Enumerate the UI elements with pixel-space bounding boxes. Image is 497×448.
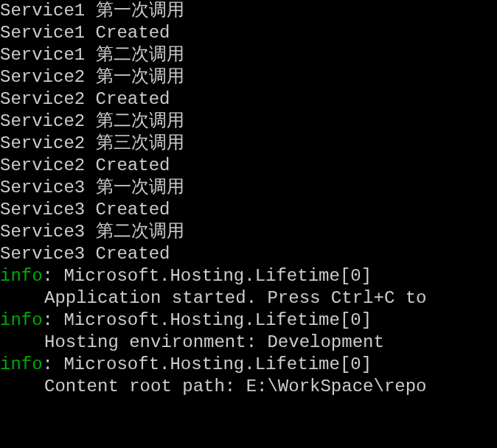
log-line: Service1 第二次调用 xyxy=(0,44,497,66)
info-colon: : xyxy=(43,266,64,286)
terminal-output: Service1 第一次调用 Service1 Created Service1… xyxy=(0,0,497,398)
info-message: Hosting environment: Development xyxy=(0,332,497,354)
info-message: Application started. Press Ctrl+C to xyxy=(0,287,497,309)
log-line: Service3 第一次调用 xyxy=(0,177,497,199)
info-tag: info xyxy=(0,310,43,330)
info-source: Microsoft.Hosting.Lifetime[0] xyxy=(63,266,372,286)
info-colon: : xyxy=(43,310,64,330)
info-message: Content root path: E:\WorkSpace\repo xyxy=(0,376,497,398)
log-line: Service1 Created xyxy=(0,22,497,44)
log-line: Service2 Created xyxy=(0,155,497,177)
log-line: Service2 第一次调用 xyxy=(0,66,497,88)
info-tag: info xyxy=(0,266,43,286)
log-line: Service3 Created xyxy=(0,243,497,265)
log-line: Service2 第二次调用 xyxy=(0,111,497,133)
log-line: Service2 第三次调用 xyxy=(0,133,497,155)
info-source: Microsoft.Hosting.Lifetime[0] xyxy=(63,354,372,374)
log-line: Service2 Created xyxy=(0,88,497,111)
info-tag: info xyxy=(0,354,43,374)
info-line: info: Microsoft.Hosting.Lifetime[0] xyxy=(0,265,497,287)
info-source: Microsoft.Hosting.Lifetime[0] xyxy=(63,310,372,330)
info-colon: : xyxy=(43,354,64,374)
log-line: Service3 第二次调用 xyxy=(0,221,497,243)
log-line: Service1 第一次调用 xyxy=(0,0,497,22)
info-line: info: Microsoft.Hosting.Lifetime[0] xyxy=(0,354,497,376)
info-line: info: Microsoft.Hosting.Lifetime[0] xyxy=(0,309,497,332)
log-line: Service3 Created xyxy=(0,199,497,221)
